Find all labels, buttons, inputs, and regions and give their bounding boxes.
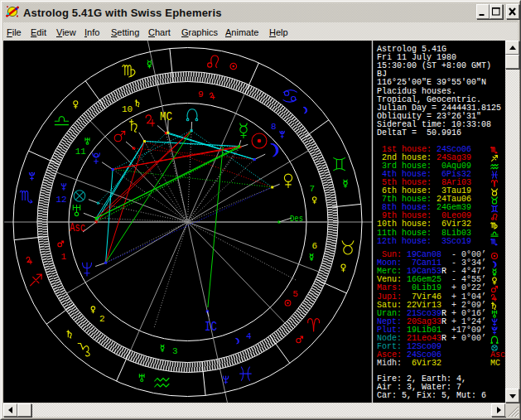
svg-text:11: 11	[75, 147, 87, 157]
svg-text:IC: IC	[205, 320, 217, 335]
svg-text:6: 6	[312, 241, 318, 251]
svg-text:12: 12	[56, 195, 67, 205]
svg-text:5: 5	[292, 289, 298, 299]
svg-text:9: 9	[198, 89, 204, 99]
svg-text:Des: Des	[290, 214, 303, 224]
svg-text:10: 10	[122, 104, 133, 114]
svg-text:2: 2	[99, 314, 105, 324]
svg-text:7: 7	[310, 184, 316, 194]
svg-text:8: 8	[271, 122, 277, 132]
svg-text:1: 1	[61, 252, 67, 262]
svg-text:3: 3	[172, 346, 178, 356]
svg-text:4: 4	[246, 331, 252, 341]
svg-text:Asc: Asc	[70, 221, 85, 235]
svg-text:MC: MC	[160, 110, 172, 124]
